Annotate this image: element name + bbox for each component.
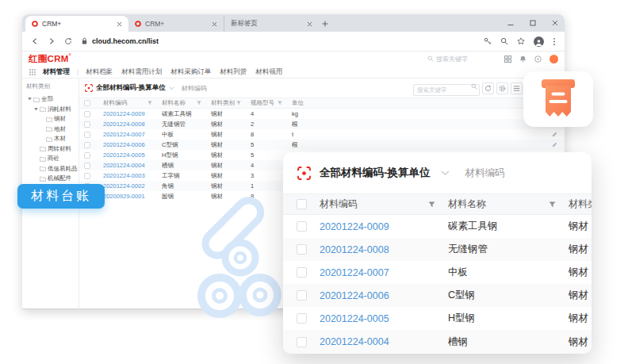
column-header-name[interactable]: 材料名称	[448, 197, 569, 211]
material-code-link[interactable]: 20201224-0006	[103, 141, 162, 148]
menu-item[interactable]: 材料需用计划	[121, 67, 162, 77]
tree-node[interactable]: 消耗材料	[26, 105, 77, 115]
tree-node[interactable]: 商砼	[26, 154, 77, 164]
tree-node[interactable]: 低值易耗品	[26, 164, 77, 174]
column-header-spec[interactable]: 规格型号	[251, 99, 292, 107]
settings-gear-button[interactable]	[496, 82, 508, 94]
caret-down-icon[interactable]	[28, 98, 32, 101]
material-code-link[interactable]: 20201224-0006	[320, 290, 448, 301]
material-code-link[interactable]: 20201224-0004	[320, 336, 448, 347]
tree-node[interactable]: 周转材料	[26, 144, 77, 155]
menu-item[interactable]: 材料档案	[86, 67, 113, 77]
edit-pencil-icon[interactable]	[544, 142, 565, 148]
row-checkbox[interactable]	[84, 121, 90, 128]
profile-avatar[interactable]	[534, 36, 544, 47]
material-code-link[interactable]: 20201224-0005	[103, 151, 162, 159]
select-all-checkbox[interactable]	[84, 100, 90, 106]
menu-item[interactable]: 材料采购订单	[170, 67, 211, 77]
table-row[interactable]: 20201224-0009 碳素工具钢 钢材	[283, 215, 592, 238]
table-row[interactable]: 20201224-0007 中板 钢材 8 t	[79, 129, 565, 140]
column-header-category[interactable]: 材料类别	[211, 99, 251, 107]
tree-node[interactable]: 地材	[26, 125, 77, 135]
material-code-link[interactable]: 20201224-0008	[103, 121, 162, 128]
list-subtitle[interactable]: 材料编码	[182, 84, 207, 93]
bookmark-star-icon[interactable]	[517, 37, 525, 45]
chevron-down-icon[interactable]	[441, 171, 450, 176]
row-checkbox[interactable]	[297, 221, 307, 232]
material-code-link[interactable]: 20201224-0009	[320, 221, 448, 232]
zoom-panel-subtitle[interactable]: 材料编码	[465, 167, 505, 180]
tree-node[interactable]: 全部	[26, 94, 77, 105]
column-header-unit[interactable]: 单位	[292, 99, 544, 107]
new-tab-button[interactable]	[319, 16, 331, 32]
table-row[interactable]: 20201224-0008 无缝钢管 钢材	[283, 238, 592, 261]
reload-icon[interactable]	[64, 37, 72, 45]
material-code-link[interactable]: 20201224-0003	[103, 172, 162, 179]
column-header-code[interactable]: 材料编码	[103, 99, 162, 107]
filter-funnel-icon[interactable]	[147, 101, 152, 105]
tab-close-icon[interactable]	[307, 21, 312, 27]
omnibox[interactable]: cloud.hecom.cn/list	[81, 37, 475, 45]
table-row[interactable]: 20201224-0009 碳素工具钢 钢材 4 kg	[79, 109, 565, 119]
row-checkbox[interactable]	[84, 111, 90, 117]
column-header-code[interactable]: 材料编码	[320, 197, 448, 211]
filter-funnel-icon[interactable]	[278, 101, 282, 105]
user-avatar[interactable]	[550, 55, 558, 63]
zoom-panel-title[interactable]: 全部材料编码-换算单位	[320, 166, 431, 180]
table-row[interactable]: 20201224-0004 槽钢 钢材	[283, 330, 592, 353]
edit-pencil-icon[interactable]	[544, 132, 565, 137]
minimize-button[interactable]	[507, 20, 514, 26]
menu-item-active[interactable]: 材料管理	[43, 67, 70, 77]
filter-funnel-icon[interactable]	[197, 101, 201, 105]
column-header-name[interactable]: 材料名称	[162, 99, 211, 107]
browser-menu-icon[interactable]	[553, 37, 556, 46]
tree-node[interactable]: 钢材	[26, 114, 77, 125]
browser-tab[interactable]: CRM+	[128, 16, 224, 32]
table-row[interactable]: 20201224-0006 C型钢 钢材	[283, 284, 592, 307]
table-row[interactable]: 20201224-0007 中板 钢材	[283, 261, 592, 284]
column-header-category[interactable]: 材料类别	[569, 197, 592, 211]
list-title[interactable]: 全部材料编码-换算单位	[96, 83, 166, 93]
grid-dots-icon[interactable]	[29, 69, 36, 75]
material-code-link[interactable]: 20201224-0008	[320, 244, 448, 255]
zoom-icon[interactable]	[500, 37, 508, 45]
list-search-input[interactable]	[413, 84, 480, 96]
filter-funnel-icon[interactable]	[428, 201, 435, 208]
global-search[interactable]: 搜索关键字	[427, 55, 468, 63]
apps-icon[interactable]	[504, 56, 511, 63]
material-code-link[interactable]: 20201224-0007	[320, 267, 448, 278]
select-all-checkbox[interactable]	[297, 199, 307, 209]
forward-icon[interactable]	[48, 37, 56, 45]
filter-funnel-icon[interactable]	[549, 201, 556, 208]
maximize-button[interactable]	[530, 20, 536, 26]
refresh-button[interactable]	[482, 82, 494, 94]
back-icon[interactable]	[31, 37, 39, 45]
filter-funnel-icon[interactable]	[236, 101, 241, 105]
material-code-link[interactable]: 20201224-0009	[103, 110, 162, 117]
tab-close-icon[interactable]	[117, 21, 122, 27]
columns-list-button[interactable]	[511, 82, 523, 94]
help-icon[interactable]	[534, 56, 542, 63]
row-checkbox[interactable]	[84, 173, 90, 179]
menu-item[interactable]: 材料领用	[255, 67, 282, 77]
row-checkbox[interactable]	[297, 337, 307, 347]
browser-tab[interactable]: 新标签页	[224, 16, 319, 32]
material-code-link[interactable]: 20200929-0001	[103, 193, 162, 200]
browser-tab-active[interactable]: CRM+	[25, 16, 128, 32]
tab-close-icon[interactable]	[212, 21, 217, 27]
menu-item[interactable]: 材料到货	[220, 67, 247, 77]
material-code-link[interactable]: 20201224-0007	[103, 131, 162, 138]
row-checkbox[interactable]	[84, 132, 90, 138]
chevron-down-icon[interactable]	[169, 86, 174, 90]
row-checkbox[interactable]	[84, 142, 90, 148]
table-row[interactable]: 20201224-0005 H型钢 钢材	[283, 307, 592, 330]
row-checkbox[interactable]	[297, 267, 307, 278]
row-checkbox[interactable]	[84, 152, 90, 159]
row-checkbox[interactable]	[297, 290, 307, 301]
material-code-link[interactable]: 20201224-0005	[320, 313, 448, 324]
table-row[interactable]: 20201224-0006 C型钢 钢材 5 根	[79, 140, 565, 150]
material-code-link[interactable]: 20201224-0002	[103, 182, 162, 190]
bell-icon[interactable]	[519, 56, 527, 63]
tree-node[interactable]: 木材	[26, 134, 77, 144]
key-icon[interactable]	[484, 37, 492, 45]
